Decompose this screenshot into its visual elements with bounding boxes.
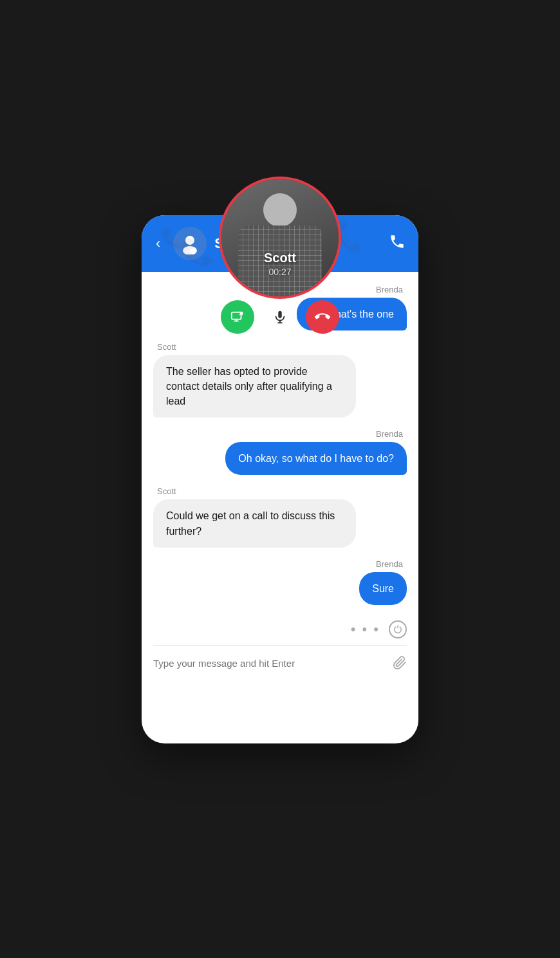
sender-label-1: Brenda	[372, 285, 407, 294]
svg-rect-0	[232, 312, 241, 319]
message-group-4: Scott Could we get on a call to discuss …	[153, 486, 407, 547]
screen-share-button[interactable]	[221, 300, 254, 334]
svg-point-4	[185, 236, 194, 245]
sender-label-3: Brenda	[372, 429, 407, 439]
call-button[interactable]	[389, 233, 406, 254]
caller-avatar: Scott 00:27	[219, 177, 341, 299]
power-button[interactable]	[389, 620, 407, 638]
message-input[interactable]	[153, 658, 385, 669]
end-call-button[interactable]	[306, 300, 339, 334]
dots-indicator: • • •	[351, 621, 380, 638]
chat-input-area	[142, 646, 418, 683]
caller-name-overlay: Scott	[264, 251, 296, 265]
phone-container: Scott 00:27	[142, 215, 418, 743]
call-overlay: Scott 00:27	[219, 177, 341, 334]
back-button[interactable]: ‹	[151, 233, 165, 254]
call-duration: 00:27	[264, 267, 296, 277]
bubble-2: The seller has opted to provide contact …	[153, 355, 356, 418]
message-group-3: Brenda Oh okay, so what do I have to do?	[153, 429, 407, 475]
sender-label-4: Scott	[153, 486, 180, 496]
sender-label-2: Scott	[153, 342, 180, 352]
attach-button[interactable]	[393, 656, 407, 670]
svg-rect-1	[278, 311, 282, 318]
mute-button[interactable]	[263, 300, 297, 334]
sender-label-5: Brenda	[372, 559, 407, 569]
message-group-5: Brenda Sure	[153, 559, 407, 605]
contact-avatar	[173, 227, 207, 260]
chat-input-wrapper	[142, 646, 418, 683]
chat-footer-actions: • • •	[142, 618, 418, 645]
bubble-4: Could we get on a call to discuss this f…	[153, 499, 356, 547]
bubble-3: Oh okay, so what do I have to do?	[225, 442, 407, 475]
bubble-5: Sure	[359, 572, 407, 605]
message-group-2: Scott The seller has opted to provide co…	[153, 342, 407, 418]
svg-point-5	[183, 246, 197, 254]
call-controls	[221, 300, 339, 334]
